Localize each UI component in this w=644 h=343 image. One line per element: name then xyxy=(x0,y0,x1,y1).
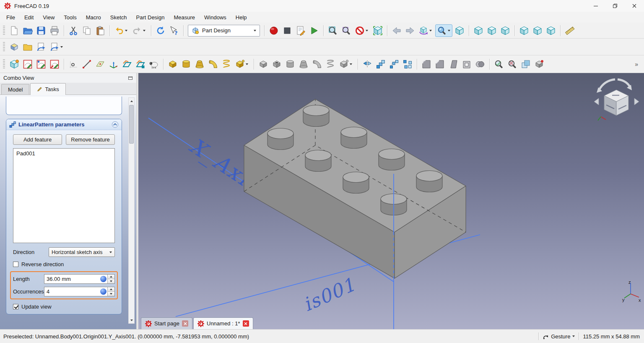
hole-icon[interactable] xyxy=(270,58,283,71)
checkbox-box[interactable] xyxy=(13,304,18,309)
step-down-button[interactable] xyxy=(108,279,114,283)
datum-point-icon[interactable] xyxy=(67,58,80,71)
view-top-icon[interactable] xyxy=(486,24,498,37)
scroll-up-button[interactable] xyxy=(129,98,134,104)
view-bottom-icon[interactable] xyxy=(531,24,544,37)
revolution-icon[interactable] xyxy=(180,58,192,71)
workbench-selector[interactable]: Part Design xyxy=(188,25,260,37)
occurrences-stepper[interactable] xyxy=(107,287,114,296)
doc-tab-start-page[interactable]: Start page xyxy=(141,317,192,329)
cut-icon[interactable] xyxy=(67,24,80,37)
panel-scrollbar[interactable] xyxy=(128,97,135,324)
occurrences-value[interactable]: 4 xyxy=(44,288,100,295)
tab-tasks[interactable]: Tasks xyxy=(30,83,65,95)
axonometric-view-icon[interactable] xyxy=(417,24,434,37)
undo-icon[interactable] xyxy=(113,24,130,37)
fillet-icon[interactable] xyxy=(420,58,433,71)
step-down-button[interactable] xyxy=(108,292,114,296)
bounding-box-icon[interactable] xyxy=(371,24,384,37)
scroll-down-button[interactable] xyxy=(129,317,134,323)
subtractive-primitive-icon[interactable] xyxy=(338,58,355,71)
print-icon[interactable] xyxy=(48,24,61,37)
close-tab-icon[interactable] xyxy=(182,320,188,327)
length-input[interactable]: 36.00 mm xyxy=(44,274,115,284)
scrollbar-thumb[interactable] xyxy=(129,105,134,144)
update-view-checkbox[interactable]: Update view xyxy=(13,304,115,310)
menu-help[interactable]: Help xyxy=(231,12,252,23)
datum-plane-icon[interactable] xyxy=(94,58,106,71)
menu-edit[interactable]: Edit xyxy=(20,12,38,23)
length-value[interactable]: 36.00 mm xyxy=(44,276,100,282)
make-link-icon[interactable] xyxy=(35,41,47,53)
pad-icon[interactable] xyxy=(166,58,179,71)
groove-icon[interactable] xyxy=(284,58,296,71)
step-up-button[interactable] xyxy=(108,287,114,292)
remove-feature-button[interactable]: Remove feature xyxy=(66,134,115,145)
menu-windows[interactable]: Windows xyxy=(200,12,231,23)
local-cs-icon[interactable] xyxy=(107,58,120,71)
chamfer-icon[interactable] xyxy=(434,58,446,71)
copy-icon[interactable] xyxy=(80,24,93,37)
view-right-icon[interactable] xyxy=(499,24,512,37)
occurrences-input[interactable]: 4 xyxy=(44,287,115,296)
toolbar-grip[interactable] xyxy=(3,26,5,36)
nav-back-icon[interactable] xyxy=(390,24,403,37)
create-body-icon[interactable] xyxy=(8,58,21,71)
create-group-icon[interactable] xyxy=(21,41,34,53)
additive-loft-icon[interactable] xyxy=(193,58,206,71)
toolbar-grip[interactable] xyxy=(3,42,5,52)
refresh-icon[interactable] xyxy=(154,24,167,37)
step-up-button[interactable] xyxy=(108,275,114,279)
measure-distance-icon[interactable] xyxy=(564,24,576,37)
reverse-direction-checkbox[interactable]: Reverse direction xyxy=(13,261,115,267)
brick-model[interactable] xyxy=(244,99,466,278)
isometric-view-icon[interactable] xyxy=(453,24,466,37)
direction-select[interactable]: Horizontal sketch axis xyxy=(49,247,115,257)
nav-forward-icon[interactable] xyxy=(404,24,416,37)
shape-binder-icon[interactable] xyxy=(121,58,133,71)
polar-pattern-icon[interactable] xyxy=(388,58,400,71)
zoom-tool-icon[interactable] xyxy=(435,24,452,37)
view-front-icon[interactable] xyxy=(472,24,485,37)
check-geometry-icon[interactable] xyxy=(493,58,505,71)
redo-icon[interactable] xyxy=(131,24,148,37)
restore-button[interactable] xyxy=(605,0,625,12)
whats-this-icon[interactable]: ? xyxy=(168,24,180,37)
additive-pipe-icon[interactable] xyxy=(207,58,219,71)
collapse-section-button[interactable] xyxy=(112,121,119,128)
save-icon[interactable] xyxy=(35,24,47,37)
feature-list[interactable]: Pad001 xyxy=(13,148,115,243)
create-part-icon[interactable] xyxy=(8,41,21,53)
feature-item[interactable]: Pad001 xyxy=(14,149,114,157)
close-button[interactable] xyxy=(625,0,644,12)
view-rear-icon[interactable] xyxy=(518,24,530,37)
macro-record-icon[interactable] xyxy=(267,24,280,37)
menu-sketch[interactable]: Sketch xyxy=(106,12,132,23)
linear-pattern-icon[interactable] xyxy=(374,58,387,71)
expression-icon[interactable] xyxy=(100,276,106,282)
macro-stop-icon[interactable] xyxy=(281,24,293,37)
sub-shape-binder-icon[interactable] xyxy=(134,58,147,71)
doc-tab-unnamed-1[interactable]: Unnamed : 1* xyxy=(193,317,253,329)
subtractive-loft-icon[interactable] xyxy=(297,58,310,71)
fit-selection-icon[interactable] xyxy=(340,24,353,37)
minimize-button[interactable] xyxy=(586,0,605,12)
sketch-validate-icon[interactable] xyxy=(506,58,519,71)
refine-shape-icon[interactable] xyxy=(519,58,532,71)
paste-icon[interactable] xyxy=(94,24,106,37)
edit-sketch-icon[interactable] xyxy=(35,58,47,71)
menu-tools[interactable]: Tools xyxy=(59,12,81,23)
datum-line-icon[interactable] xyxy=(80,58,93,71)
add-feature-button[interactable]: Add feature xyxy=(13,134,62,145)
menu-view[interactable]: View xyxy=(38,12,59,23)
menu-part-design[interactable]: Part Design xyxy=(132,12,169,23)
new-file-icon[interactable] xyxy=(8,24,21,37)
macro-edit-icon[interactable] xyxy=(294,24,307,37)
nav-style-selector[interactable]: Gesture xyxy=(543,333,575,340)
additive-helix-icon[interactable] xyxy=(220,58,233,71)
map-sketch-icon[interactable] xyxy=(48,58,61,71)
length-stepper[interactable] xyxy=(107,275,114,283)
defeaturing-icon[interactable] xyxy=(533,58,545,71)
close-tab-icon[interactable] xyxy=(243,320,249,327)
open-file-icon[interactable] xyxy=(21,24,34,37)
